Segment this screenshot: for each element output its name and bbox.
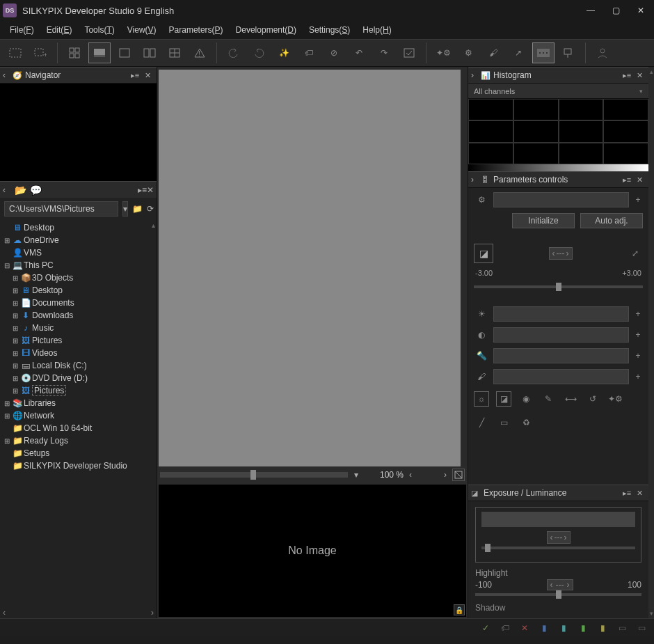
expand-icon[interactable]: ⊞: [11, 274, 19, 282]
gear-star-icon[interactable]: ✦⚙: [432, 42, 454, 63]
panel-close-icon[interactable]: ✕: [633, 175, 646, 184]
brush-icon[interactable]: 🖌: [482, 42, 504, 63]
close-button[interactable]: ✕: [630, 1, 651, 20]
panel-close-icon[interactable]: ✕: [147, 185, 154, 195]
preset-select[interactable]: [493, 192, 629, 207]
status-gray1-icon[interactable]: ▭: [616, 622, 628, 634]
menu-file[interactable]: File(F): [4, 24, 40, 36]
expand-icon[interactable]: ⊞: [11, 299, 19, 307]
collapse-left-icon[interactable]: ‹: [3, 70, 13, 80]
folder-tree[interactable]: ▴ 🖥Desktop⊞☁OneDrive👤VMS⊟💻This PC⊞📦3D Ob…: [0, 220, 157, 607]
preview-scrollbar[interactable]: [462, 67, 468, 466]
panel-close-icon[interactable]: ✕: [633, 71, 646, 80]
layout-single-icon[interactable]: [88, 42, 111, 63]
tree-item[interactable]: ⊞🖴Local Disk (C:): [1, 359, 155, 372]
panel-menu-icon[interactable]: ▸≡: [621, 175, 633, 184]
exposure-icon[interactable]: ◪: [474, 244, 493, 263]
exposure-sub-slider[interactable]: [481, 547, 635, 549]
expand-icon[interactable]: ⊞: [11, 387, 19, 395]
add-icon[interactable]: +: [633, 330, 643, 340]
tone-tool-icon[interactable]: ◪: [496, 391, 511, 407]
initialize-button[interactable]: Initialize: [512, 213, 575, 228]
label-mode-icon[interactable]: [532, 42, 555, 63]
status-x-icon[interactable]: ✕: [519, 622, 530, 634]
color-brush-icon[interactable]: 🖌: [474, 369, 489, 384]
tree-item[interactable]: ⊞🌐Network: [1, 409, 155, 422]
contrast-icon[interactable]: ◐: [474, 327, 489, 343]
tree-item[interactable]: 📁SILKYPIX Developer Studio: [1, 460, 155, 472]
menu-development[interactable]: Development(D): [230, 24, 302, 36]
rotate-left-icon[interactable]: ↶: [348, 42, 370, 63]
panel-menu-icon[interactable]: ▸≡: [129, 71, 141, 80]
add-icon[interactable]: +: [633, 309, 643, 319]
pencil-tool-icon[interactable]: ✎: [541, 391, 556, 407]
status-yellow-icon[interactable]: ▮: [597, 622, 608, 634]
color-select[interactable]: [493, 369, 629, 384]
auto-wand-icon[interactable]: ✨: [273, 42, 295, 63]
tree-item[interactable]: ⊞🖥Desktop: [1, 284, 155, 297]
expand-icon[interactable]: ⊞: [11, 324, 19, 332]
tree-item[interactable]: 🖥Desktop: [1, 221, 155, 234]
expand-icon[interactable]: ⊞: [11, 362, 19, 370]
reset-tool-icon[interactable]: ↺: [585, 391, 600, 407]
status-cyan-icon[interactable]: ▮: [558, 622, 569, 634]
image-preview[interactable]: [159, 70, 461, 466]
vertical-tool-icon[interactable]: ⟷: [563, 391, 578, 407]
sign-icon[interactable]: [557, 42, 580, 63]
menu-edit[interactable]: Edit(E): [41, 24, 78, 36]
tree-item[interactable]: ⊞☁OneDrive: [1, 234, 155, 246]
tag-icon[interactable]: 🏷: [298, 42, 320, 63]
exposure-main-slider[interactable]: [481, 512, 635, 527]
recycle-icon[interactable]: ♻: [518, 415, 534, 430]
refresh-icon[interactable]: ⟳: [147, 201, 154, 217]
chat-icon[interactable]: 💬: [28, 184, 43, 196]
lock-icon[interactable]: 🔒: [454, 604, 465, 615]
sun-tool-icon[interactable]: ☼: [474, 391, 489, 407]
sharpness-icon[interactable]: 🔦: [474, 348, 489, 363]
tree-item[interactable]: ⊞⬇Downloads: [1, 309, 155, 322]
expand-icon[interactable]: ⊟: [3, 262, 11, 269]
panel-close-icon[interactable]: ✕: [633, 489, 646, 498]
menu-help[interactable]: Help(H): [357, 24, 397, 36]
collapse-right-icon[interactable]: ›: [471, 175, 481, 184]
tree-item[interactable]: ⊞📁Ready Logs: [1, 434, 155, 447]
scroll-down-icon[interactable]: ▾: [650, 610, 653, 617]
brightness-icon[interactable]: ☀: [474, 306, 489, 322]
zoom-prev-icon[interactable]: ‹: [406, 470, 415, 480]
add-icon[interactable]: +: [633, 351, 643, 361]
reset-target-icon[interactable]: ⤢: [628, 246, 643, 261]
panel-close-icon[interactable]: ✕: [141, 71, 154, 80]
gear-settings-icon[interactable]: ⚙: [457, 42, 479, 63]
expand-icon[interactable]: ⊞: [11, 287, 19, 294]
tree-item[interactable]: ⊟💻This PC: [1, 259, 155, 272]
status-blue-icon[interactable]: ▮: [539, 622, 550, 634]
gear-icon[interactable]: ⚙: [474, 192, 489, 207]
tree-item[interactable]: ⊞📦3D Objects: [1, 272, 155, 284]
warning-icon[interactable]: !: [189, 42, 211, 63]
expand-icon[interactable]: ⊞: [3, 437, 11, 445]
path-dropdown-icon[interactable]: ▾: [122, 201, 128, 217]
status-tag-icon[interactable]: 🏷: [500, 622, 511, 634]
panel-menu-icon[interactable]: ▸≡: [621, 71, 633, 80]
tree-item[interactable]: ⊞💿DVD Drive (D:): [1, 372, 155, 384]
tree-item[interactable]: ⊞🖼Pictures: [1, 384, 155, 397]
undo-icon[interactable]: [223, 42, 245, 63]
thumbnail-strip[interactable]: No Image 🔒: [159, 485, 466, 617]
menu-settings[interactable]: Settings(S): [303, 24, 356, 36]
brush-small-icon[interactable]: ╱: [474, 415, 489, 430]
tree-item[interactable]: 📁OCL Win 10 64-bit: [1, 422, 155, 434]
contrast-select[interactable]: [493, 327, 629, 343]
path-input[interactable]: [4, 201, 118, 217]
check-box-icon[interactable]: [398, 42, 420, 63]
exposure-spinner[interactable]: ‹ --- ›: [549, 247, 573, 260]
brush-off-icon[interactable]: ⊘: [323, 42, 345, 63]
tree-item[interactable]: ⊞🎞Videos: [1, 347, 155, 359]
sharpness-select[interactable]: [493, 348, 629, 363]
layout-two-icon[interactable]: [138, 42, 161, 63]
export-icon[interactable]: ↗: [507, 42, 529, 63]
exposure-spinner-2[interactable]: ‹ --- ›: [547, 531, 571, 544]
redo-icon[interactable]: [248, 42, 270, 63]
right-panel-scrollbar[interactable]: ▴ ▾: [648, 67, 654, 618]
menu-view[interactable]: View(V): [122, 24, 162, 36]
status-check-icon[interactable]: ✓: [480, 622, 491, 634]
